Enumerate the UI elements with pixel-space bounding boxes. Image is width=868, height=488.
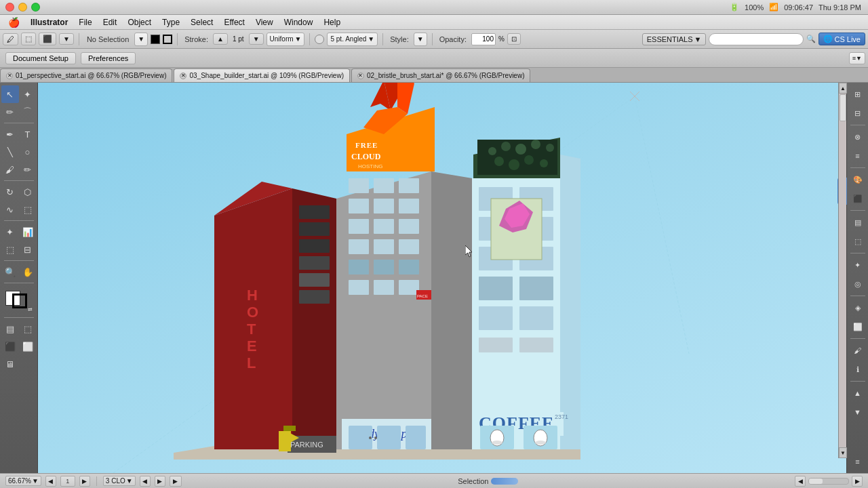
graphic-styles-btn[interactable]: ◎ <box>849 275 867 293</box>
normal-mode-btn[interactable]: ▤ <box>1 320 19 338</box>
type-tool-btn[interactable]: T <box>19 125 37 143</box>
screen-mode-btn[interactable]: ⬛ <box>1 338 19 355</box>
layers-panel-btn[interactable]: ▤ <box>849 214 867 231</box>
search-input[interactable] <box>709 33 804 45</box>
tab-bristle-brush[interactable]: ✕ 02_bristle_brush_start.ai* @ 66.67% (R… <box>351 68 530 82</box>
stroke-up-btn[interactable]: ▲ <box>213 33 228 45</box>
menu-help[interactable]: Help <box>318 16 346 28</box>
menu-effect[interactable]: Effect <box>218 16 250 28</box>
menu-object[interactable]: Object <box>122 16 157 28</box>
artboard-btn[interactable]: ⬚ <box>21 33 36 45</box>
tab-close-1[interactable]: ✕ <box>6 73 13 79</box>
align-panel-btn[interactable]: ⊟ <box>849 104 867 122</box>
direct-selection-tool-btn[interactable]: ✦ <box>19 85 37 103</box>
document-setup-button[interactable]: Document Setup <box>5 52 76 64</box>
zoom-dropdown[interactable]: 66.67%▼ <box>5 476 41 486</box>
nav-next-btn[interactable]: ▶ <box>79 476 90 487</box>
monitor-btn[interactable]: 🖥 <box>1 355 19 373</box>
symbols-panel-btn[interactable]: ✦ <box>849 256 867 274</box>
menu-view[interactable]: View <box>250 16 279 28</box>
hand-tool-btn[interactable]: ✋ <box>19 263 37 281</box>
scroll-up-btn[interactable]: ▲ <box>849 384 867 402</box>
artboards-panel-btn[interactable]: ⬚ <box>849 232 867 250</box>
brushes-btn[interactable]: 🖌 <box>849 342 867 359</box>
vertical-scrollbar[interactable]: ▲ ▼ <box>838 83 846 458</box>
zoom-tool-btn[interactable]: 🔍 <box>1 263 19 281</box>
warp-tool-btn[interactable]: ∿ <box>1 201 19 218</box>
stroke-down-btn[interactable]: ▼ <box>249 33 264 45</box>
column-chart-btn[interactable]: 📊 <box>19 223 37 241</box>
view-arrange-btn[interactable]: ≡▼ <box>849 52 865 64</box>
expand-panels-btn[interactable]: ≡ <box>849 453 867 470</box>
scroll-up-arrow[interactable]: ▲ <box>839 83 847 94</box>
opacity-options-btn[interactable]: ⊡ <box>507 33 521 45</box>
scroll-down-btn[interactable]: ▼ <box>849 403 867 421</box>
appearance-btn[interactable]: ◈ <box>849 299 867 317</box>
essentials-button[interactable]: ESSENTIALS▼ <box>642 33 707 45</box>
paintbrush-tool-btn[interactable]: 🖌 <box>1 161 19 178</box>
nav-prev-btn[interactable]: ◀ <box>45 476 56 487</box>
maximize-button[interactable] <box>31 3 40 12</box>
pathfinder-btn[interactable]: ⊗ <box>849 128 867 146</box>
scale-tool-btn[interactable]: ⬡ <box>19 183 37 201</box>
color-stroke-swatch[interactable] <box>163 35 172 44</box>
layer-nav-prev[interactable]: ◀ <box>140 476 151 487</box>
horizontal-scroll-left[interactable]: ◀ <box>795 476 806 487</box>
menu-select[interactable]: Select <box>185 16 218 28</box>
transparency-btn[interactable]: ⬜ <box>849 318 867 336</box>
layer-dropdown[interactable]: 3 CLO▼ <box>103 476 136 486</box>
scroll-down-arrow[interactable]: ▼ <box>839 447 847 458</box>
uniform-dropdown[interactable]: Uniform▼ <box>267 33 305 46</box>
line-tool-btn[interactable]: ╲ <box>1 143 19 161</box>
document-info-btn[interactable]: ℹ <box>849 361 867 378</box>
selection-tool-btn[interactable]: ↖ <box>1 85 19 103</box>
shape-tool-btn[interactable]: ○ <box>19 143 37 161</box>
tools-icon-btn[interactable]: 🖊 <box>3 33 18 45</box>
tab-close-3[interactable]: ✕ <box>357 73 364 79</box>
tab-shape-builder[interactable]: ✕ 03_Shape_builder_start.ai @ 109% (RGB/… <box>174 68 350 82</box>
transform-panel-btn[interactable]: ⊞ <box>849 85 867 103</box>
horizontal-scroll-right[interactable]: ▶ <box>852 476 863 487</box>
scroll-thumb[interactable] <box>840 94 846 121</box>
apple-menu[interactable]: 🍎 <box>3 17 25 28</box>
app-name-menu[interactable]: Illustrator <box>25 16 73 28</box>
menu-file[interactable]: File <box>73 16 97 28</box>
preview-mode-btn[interactable]: ⬚ <box>19 320 37 338</box>
layer-nav-next[interactable]: ▶ <box>155 476 165 487</box>
rotate-tool-btn[interactable]: ↻ <box>1 183 19 201</box>
layer-option-btn[interactable]: ▶ <box>170 476 182 487</box>
artboard-tool-btn[interactable]: ⬚ <box>1 241 19 258</box>
swatches-panel-btn[interactable]: ⬛ <box>849 190 867 207</box>
selection-dropdown[interactable]: ▼ <box>134 33 148 46</box>
view-options-btn[interactable]: ▼ <box>59 33 74 45</box>
menu-type[interactable]: Type <box>157 16 185 28</box>
minimize-button[interactable] <box>18 3 27 12</box>
presentation-mode-btn[interactable]: ⬜ <box>19 338 37 355</box>
pencil-tool-btn[interactable]: ✏ <box>19 161 37 178</box>
magic-wand-tool-btn[interactable]: ✏ <box>1 103 19 121</box>
tab-close-2[interactable]: ✕ <box>180 73 186 79</box>
lasso-tool-btn[interactable]: ⌒ <box>19 103 37 121</box>
symbol-tool-btn[interactable]: ✦ <box>1 223 19 241</box>
style-dropdown[interactable]: ▼ <box>414 33 427 46</box>
view-mode-btn[interactable]: ⬛ <box>39 33 56 45</box>
tab-perspective[interactable]: ✕ 01_perspective_start.ai @ 66.67% (RGB/… <box>0 68 172 82</box>
preferences-button[interactable]: Preferences <box>81 52 136 64</box>
h-scroll-thumb[interactable] <box>809 479 823 484</box>
horizontal-scrollbar[interactable] <box>808 478 849 485</box>
color-panel-btn[interactable]: 🎨 <box>849 171 867 188</box>
stroke-panel-btn[interactable]: ≡ <box>849 147 867 165</box>
cs-live-button[interactable]: 🌐 CS Live <box>818 33 865 45</box>
transform-tool-btn[interactable]: ⬚ <box>19 201 37 218</box>
slice-tool-btn[interactable]: ⊟ <box>19 241 37 258</box>
close-button[interactable] <box>5 3 14 12</box>
swap-colors-icon[interactable]: ⇄ <box>28 306 33 312</box>
pen-tool-btn[interactable]: ✒ <box>1 125 19 143</box>
opacity-input[interactable] <box>471 33 496 45</box>
canvas-area[interactable]: H O T E L PARKING HOTEL <box>38 83 846 473</box>
menu-window[interactable]: Window <box>279 16 319 28</box>
brush-dropdown[interactable]: 5 pt. Angled▼ <box>327 33 378 46</box>
stroke-color-box[interactable] <box>12 293 27 308</box>
color-fill-swatch[interactable] <box>151 35 160 44</box>
menu-edit[interactable]: Edit <box>98 16 123 28</box>
